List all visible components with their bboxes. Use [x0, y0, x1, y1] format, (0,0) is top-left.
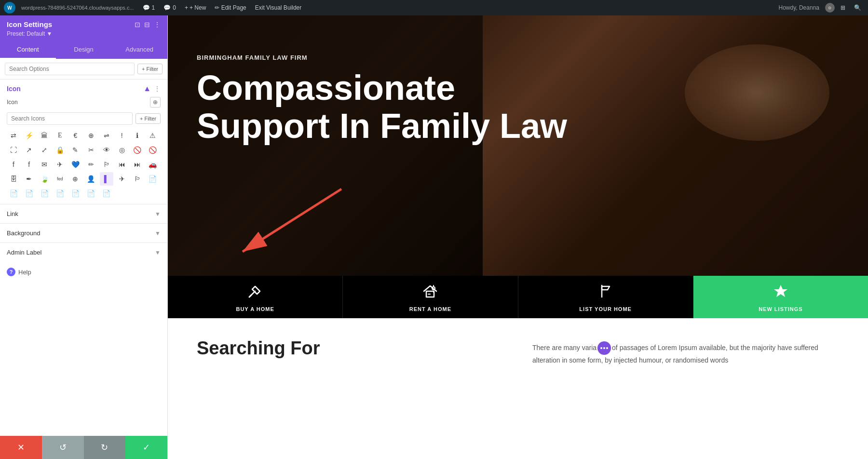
hero-actions: BUY A HOME RENT A HOME: [168, 276, 868, 318]
below-hero-left: Searching For: [197, 338, 503, 440]
undo-button[interactable]: ↺: [42, 436, 84, 459]
list-your-home-item[interactable]: LIST YOUR HOME: [518, 276, 693, 318]
admin-label-section-title: Admin Label: [7, 249, 41, 256]
icon-cell[interactable]: 📄: [146, 172, 160, 186]
exit-visual-builder-button[interactable]: Exit Visual Builder: [252, 4, 305, 11]
new-listings-item[interactable]: NEW LISTINGS: [693, 276, 868, 318]
collapse-icon[interactable]: ▲: [143, 84, 151, 93]
background-section-header[interactable]: Background ▼: [0, 224, 167, 243]
icon-cell[interactable]: ✈: [53, 158, 67, 171]
icon-cell[interactable]: fed: [53, 172, 67, 186]
below-hero-right: There are many varia of passages of Lore…: [532, 338, 839, 440]
comments-item[interactable]: 💬 1: [140, 0, 158, 15]
screen-options[interactable]: ⊞: [838, 0, 848, 15]
icon-cell[interactable]: ✒: [22, 172, 36, 186]
icon-search-input[interactable]: [7, 112, 133, 125]
icon-cell[interactable]: 🗄: [7, 172, 20, 186]
icon-cell[interactable]: ⤢: [38, 143, 51, 157]
close-button[interactable]: ✕: [0, 436, 42, 459]
icon-cell[interactable]: 📄: [100, 187, 113, 200]
icon-cell[interactable]: f: [22, 158, 36, 171]
search-admin[interactable]: 🔍: [851, 0, 864, 15]
icon-picker-button[interactable]: ⊕: [150, 97, 161, 108]
chat-item[interactable]: 💬 0: [161, 0, 179, 15]
icon-cell[interactable]: ⏮: [115, 158, 129, 171]
wp-admin-bar: W wordpress-784896-5247064.cloudwaysapps…: [0, 0, 868, 15]
howdy-text: Howdy, Deanna: [779, 4, 820, 11]
below-heading: Searching For: [197, 338, 503, 360]
icon-cell[interactable]: ⊕: [68, 172, 82, 186]
icon-cell[interactable]: 🏳: [100, 158, 113, 171]
icon-cell[interactable]: 📄: [53, 187, 67, 200]
icon-cell[interactable]: ✈: [115, 172, 129, 186]
icon-cell[interactable]: €: [68, 129, 82, 142]
help-icon: ?: [7, 268, 15, 276]
icon-cell[interactable]: ⚡: [22, 129, 36, 142]
icon-cell[interactable]: !: [115, 129, 129, 142]
section-menu-icon[interactable]: ⋮: [154, 85, 161, 93]
icon-cell[interactable]: ✎: [68, 143, 82, 157]
preview-area: BIRMINGHAM FAMILY LAW FIRM Compassionate…: [168, 15, 868, 459]
icon-cell[interactable]: ⇌: [100, 129, 113, 142]
icon-filter-button[interactable]: + Filter: [136, 113, 161, 124]
rent-a-home-item[interactable]: RENT A HOME: [343, 276, 518, 318]
icon-cell[interactable]: 👤: [84, 172, 98, 186]
icon-cell[interactable]: ⛶: [7, 143, 20, 157]
tab-content[interactable]: Content: [0, 41, 56, 59]
icon-cell[interactable]: 📄: [38, 187, 51, 200]
icon-cell[interactable]: 🚗: [146, 158, 160, 171]
help-row[interactable]: ? Help: [0, 262, 167, 282]
wp-logo[interactable]: W: [4, 2, 15, 14]
icon-cell[interactable]: 🏳: [131, 172, 144, 186]
icon-cell[interactable]: ⊕: [84, 129, 98, 142]
icon-section-header[interactable]: Icon ▲ ⋮: [0, 80, 167, 96]
icon-cell[interactable]: ✏: [84, 158, 98, 171]
hero-content: BIRMINGHAM FAMILY LAW FIRM Compassionate…: [168, 15, 868, 164]
buy-a-home-item[interactable]: BUY A HOME: [168, 276, 343, 318]
close-icon: ✕: [17, 442, 25, 453]
icon-cell[interactable]: E: [53, 129, 67, 142]
icon-cell[interactable]: 📄: [84, 187, 98, 200]
search-options-input[interactable]: [5, 63, 135, 75]
icon-cell[interactable]: f: [7, 158, 20, 171]
search-options-bar: + Filter: [0, 59, 167, 80]
comments-count: 1: [152, 4, 155, 11]
icon-cell[interactable]: ℹ: [131, 129, 144, 142]
tab-design[interactable]: Design: [56, 41, 112, 59]
new-button[interactable]: + + New: [182, 4, 209, 11]
icon-cell[interactable]: ⇄: [7, 129, 20, 142]
icon-cell[interactable]: ✂: [84, 143, 98, 157]
more-icon[interactable]: ⋮: [154, 21, 161, 28]
link-section-header[interactable]: Link ▼: [0, 204, 167, 223]
icon-cell[interactable]: 🚫: [131, 143, 144, 157]
tab-advanced[interactable]: Advanced: [111, 41, 167, 59]
expand-icon[interactable]: ⊡: [135, 21, 140, 28]
avatar[interactable]: D: [825, 3, 835, 13]
icon-cell[interactable]: 👁: [100, 143, 113, 157]
panel-title: Icon Settings: [7, 20, 52, 28]
grid-icon[interactable]: ⊟: [144, 21, 150, 28]
icon-cell[interactable]: ✉: [38, 158, 51, 171]
link-section: Link ▼: [0, 204, 167, 223]
icon-cell[interactable]: 🏛: [38, 129, 51, 142]
icon-cell[interactable]: ⏭: [131, 158, 144, 171]
icon-cell[interactable]: ◎: [115, 143, 129, 157]
icon-cell-active[interactable]: ▌: [100, 172, 113, 186]
icon-cell[interactable]: 📄: [22, 187, 36, 200]
icon-cell[interactable]: 🚫: [146, 143, 160, 157]
icon-cell[interactable]: 🔒: [53, 143, 67, 157]
icon-cell[interactable]: ↗: [22, 143, 36, 157]
icon-cell[interactable]: 💙: [68, 158, 82, 171]
edit-page-button[interactable]: ✏ Edit Page: [212, 4, 249, 11]
panel-content: + Filter Icon ▲ ⋮ Icon ⊕: [0, 59, 167, 436]
redo-button[interactable]: ↻: [84, 436, 126, 459]
site-name-item[interactable]: wordpress-784896-5247064.cloudwaysapps.c…: [18, 0, 137, 15]
icon-cell[interactable]: 📄: [7, 187, 20, 200]
icon-cell[interactable]: 📄: [68, 187, 82, 200]
admin-label-section-header[interactable]: Admin Label ▼: [0, 243, 167, 262]
panel-preset[interactable]: Preset: Default ▼: [7, 30, 161, 37]
icon-cell[interactable]: ⚠: [146, 129, 160, 142]
save-button[interactable]: ✓: [125, 436, 167, 459]
filter-button[interactable]: + Filter: [137, 64, 163, 74]
icon-cell[interactable]: 🍃: [38, 172, 51, 186]
